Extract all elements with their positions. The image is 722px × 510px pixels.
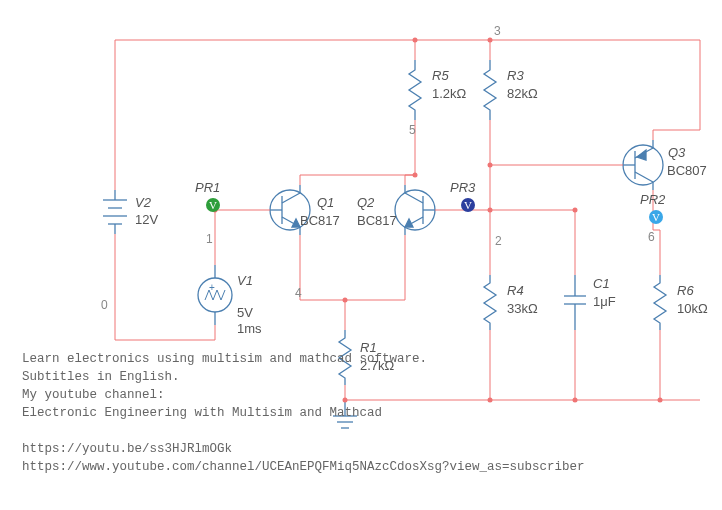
node-0: 0: [101, 298, 108, 312]
label-r4-val: 33kΩ: [507, 301, 538, 316]
label-q2-ref: Q2: [357, 195, 374, 210]
label-c1-ref: C1: [593, 276, 610, 291]
svg-marker-35: [637, 150, 646, 160]
label-v1-val1: 5V: [237, 305, 253, 320]
capacitor-c1: [564, 275, 586, 330]
resistor-r4: [484, 275, 496, 330]
svg-point-81: [488, 208, 493, 213]
net-wires: [115, 40, 700, 400]
node-4: 4: [295, 286, 302, 300]
footer-text: Learn electronics using multisim and mat…: [22, 350, 585, 476]
svg-point-86: [658, 398, 663, 403]
label-r6-ref: R6: [677, 283, 694, 298]
label-v1-val2: 1ms: [237, 321, 262, 336]
node-2: 2: [495, 234, 502, 248]
svg-point-83: [343, 298, 348, 303]
label-v2-ref: V2: [135, 195, 151, 210]
svg-point-79: [413, 173, 418, 178]
label-c1-val: 1μF: [593, 294, 616, 309]
label-v1-ref: V1: [237, 273, 253, 288]
label-r5-val: 1.2kΩ: [432, 86, 466, 101]
pnp-q3: [623, 140, 663, 190]
svg-line-36: [635, 172, 653, 182]
label-q2-val: BC817: [357, 213, 397, 228]
label-r3-val: 82kΩ: [507, 86, 538, 101]
label-r4-ref: R4: [507, 283, 524, 298]
label-r3-ref: R3: [507, 68, 524, 83]
node-5: 5: [409, 123, 416, 137]
pulse-source-v1: +: [198, 265, 232, 325]
probe-pr2: V: [649, 210, 663, 224]
svg-line-17: [282, 193, 300, 203]
label-pr1: PR1: [195, 180, 220, 195]
label-q1-ref: Q1: [317, 195, 334, 210]
node-1: 1: [206, 232, 213, 246]
label-r5-ref: R5: [432, 68, 449, 83]
label-q1-val: BC817: [300, 213, 340, 228]
resistor-r5: [409, 60, 421, 120]
resistor-r3: [484, 60, 496, 120]
svg-point-80: [488, 163, 493, 168]
dc-source-v2: [103, 190, 127, 234]
label-r6-val: 10kΩ: [677, 301, 708, 316]
node-3: 3: [494, 24, 501, 38]
svg-point-82: [573, 208, 578, 213]
probe-pr1: V: [206, 198, 220, 212]
label-v2-val: 12V: [135, 212, 158, 227]
svg-point-78: [488, 38, 493, 43]
node-6: 6: [648, 230, 655, 244]
label-pr3: PR3: [450, 180, 475, 195]
resistor-r6: [654, 275, 666, 330]
label-q3-val: BC807: [667, 163, 707, 178]
svg-point-77: [413, 38, 418, 43]
probe-pr3: V: [461, 198, 475, 212]
label-q3-ref: Q3: [668, 145, 685, 160]
npn-q2: [395, 185, 435, 235]
label-pr2: PR2: [640, 192, 665, 207]
svg-line-25: [405, 193, 423, 203]
